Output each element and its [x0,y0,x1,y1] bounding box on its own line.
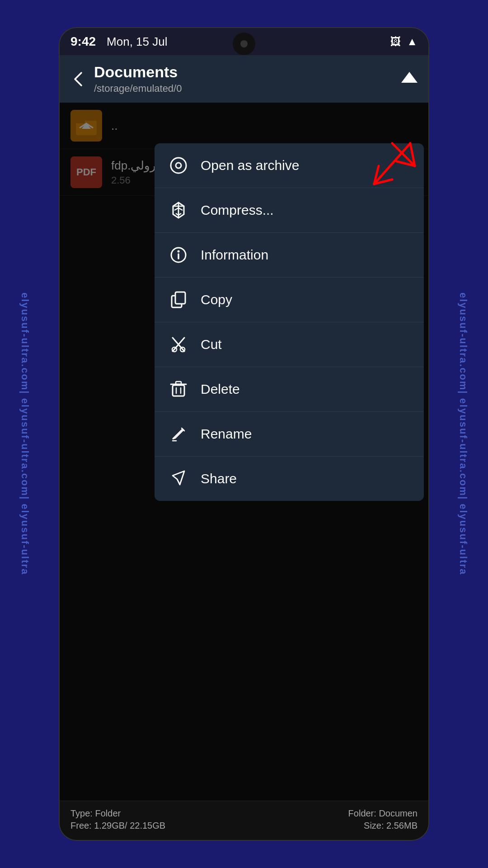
signal-icon: ▲ [407,35,418,48]
status-date: Mon, 15 Jul [107,35,167,49]
delete-icon [167,378,190,401]
svg-rect-19 [175,292,185,304]
phone-frame: 9:42 Mon, 15 Jul 🖼 ▲ Documents /storage/… [59,27,429,841]
folder-label: Folder: Documen [348,808,418,819]
free-label: Free: 1.29GB/ 22.15GB [70,821,165,831]
svg-marker-0 [401,72,418,83]
menu-item-open-archive-label: Open as archive [201,158,299,173]
svg-marker-31 [173,471,184,485]
cut-icon [167,333,190,356]
bottom-bar: Type: Folder Free: 1.29GB/ 22.15GB Folde… [60,801,428,840]
context-menu: Open as archive Compress... [155,143,424,501]
sort-icon [401,69,418,85]
header-info: Documents /storage/emulated/0 [94,63,394,94]
watermark-left-text: elyusuf-ultra.com| elyusuf-ultra.com| el… [19,292,31,575]
app-header: Documents /storage/emulated/0 [60,55,428,103]
compress-icon [167,199,190,222]
status-time: 9:42 [70,34,96,49]
menu-item-open-archive[interactable]: Open as archive [155,143,424,188]
header-title: Documents [94,63,394,81]
camera-dot [240,40,248,47]
menu-item-rename-label: Rename [201,426,252,442]
file-list: .. PDF ديسكفر - 1 ابتدائي - ترم 2 - مذكر… [60,103,428,801]
menu-item-share-label: Share [201,471,237,486]
svg-point-17 [178,250,180,253]
type-label: Type: Folder [70,808,165,819]
gallery-icon: 🖼 [390,35,401,48]
watermark-right-text: elyusuf-ultra.com| elyusuf-ultra.com| el… [457,292,469,575]
bottom-info-left: Type: Folder Free: 1.29GB/ 22.15GB [70,808,165,833]
back-button[interactable] [70,71,87,87]
menu-item-cut[interactable]: Cut [155,322,424,367]
svg-point-10 [171,158,186,173]
menu-item-delete[interactable]: Delete [155,367,424,412]
size-label: Size: 2.56MB [348,821,418,831]
camera-notch [233,33,255,55]
menu-item-share[interactable]: Share [155,457,424,501]
header-path: /storage/emulated/0 [94,83,394,94]
menu-item-compress[interactable]: Compress... [155,188,424,233]
rename-icon [167,423,190,445]
svg-rect-26 [176,382,181,384]
menu-item-information-label: Information [201,247,268,263]
menu-item-information[interactable]: Information [155,233,424,278]
menu-item-cut-label: Cut [201,337,222,352]
watermark-left: elyusuf-ultra.com| elyusuf-ultra.com| el… [0,0,50,868]
eye-icon [167,154,190,177]
status-bar: 9:42 Mon, 15 Jul 🖼 ▲ [60,28,428,55]
watermark-right: elyusuf-ultra.com| elyusuf-ultra.com| el… [438,0,488,868]
bottom-info-right: Folder: Documen Size: 2.56MB [348,808,418,833]
share-icon [167,467,190,490]
menu-item-delete-label: Delete [201,382,240,397]
svg-rect-24 [173,385,184,396]
info-icon [167,244,190,266]
menu-item-copy-label: Copy [201,292,232,307]
svg-point-11 [176,163,181,168]
menu-item-rename[interactable]: Rename [155,412,424,457]
menu-item-copy[interactable]: Copy [155,278,424,322]
status-icons: 🖼 ▲ [390,35,418,48]
menu-item-compress-label: Compress... [201,203,274,218]
copy-icon [167,288,190,311]
back-icon [70,71,87,87]
menu-button[interactable] [401,69,418,89]
